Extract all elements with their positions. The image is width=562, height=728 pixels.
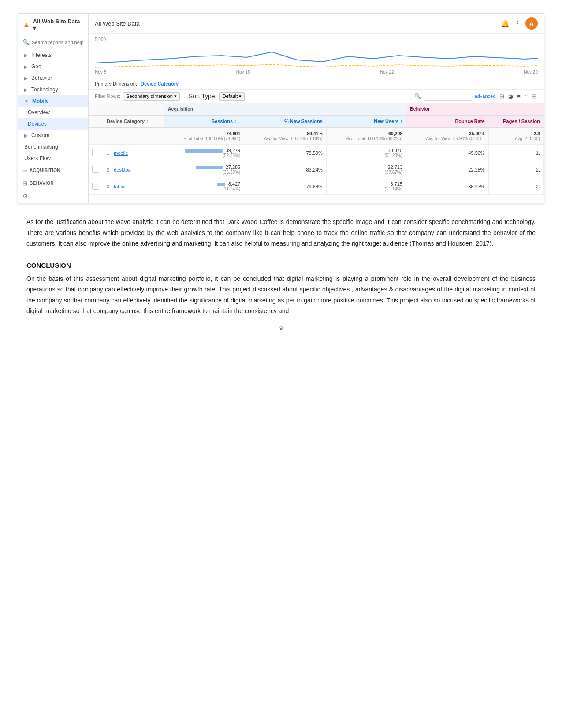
filter-tools-bar: Filter Rows: Secondary dimension ▾ Sort …: [89, 90, 544, 103]
sidebar-item-interests[interactable]: ▶ Interests: [18, 49, 88, 61]
avatar[interactable]: A: [525, 17, 538, 30]
acquisition-section[interactable]: ⇒ ACQUISITION: [18, 164, 88, 177]
search-label: Search reports and help: [32, 40, 83, 45]
gear-icon[interactable]: ⚙: [22, 193, 28, 200]
device-link[interactable]: mobile: [114, 150, 128, 156]
pct-new-cell: 78.59%: [244, 145, 327, 161]
total-label: [103, 127, 164, 145]
sidebar-item-mobile[interactable]: ▼ Mobile: [18, 95, 88, 107]
device-cell: 1. mobile: [103, 145, 164, 161]
sessions-value: 39,279: [226, 148, 241, 153]
view-icons: ⊞ ◕ ≡ ≈ ⊞: [498, 92, 538, 101]
total-row: 74,991 % of Total: 100.00% (74,991) 80.4…: [89, 127, 544, 145]
col-checkbox: [89, 115, 103, 127]
acquisition-icon: ⇒: [22, 167, 27, 174]
sort-default-button[interactable]: Default ▾: [219, 92, 245, 101]
device-cell: 3. tablet: [103, 178, 164, 195]
secondary-dimension-button[interactable]: Secondary dimension ▾: [123, 92, 180, 101]
body-paragraph-conclusion: On the basis of this assessment about di…: [26, 273, 536, 317]
filter-search-bar: 🔍 advanced ⊞ ◕ ≡ ≈ ⊞: [414, 92, 538, 101]
pivot-view-icon[interactable]: ⊞: [530, 92, 538, 101]
more-icon[interactable]: ⋮: [514, 19, 521, 28]
total-new-users: 60,298 % of Total: 100.10% (60,225): [326, 127, 406, 145]
behavior-label: BEHAVIOR: [30, 181, 54, 186]
behavior-section[interactable]: ⊟ BEHAVIOR: [18, 177, 88, 190]
row-checkbox[interactable]: [92, 149, 99, 156]
body-paragraph-1: As for the justification about the wave …: [26, 217, 536, 249]
sidebar-item-label: Behavior: [31, 75, 52, 81]
sidebar-item-overview[interactable]: Overview: [18, 107, 88, 118]
sidebar-item-geo[interactable]: ▶ Geo: [18, 61, 88, 72]
arrow-icon: ▶: [24, 76, 28, 81]
primary-dim-value: Device Category: [141, 81, 179, 86]
settings-row[interactable]: ⚙: [18, 190, 88, 203]
sidebar-item-benchmarking[interactable]: Benchmarking: [18, 141, 88, 153]
row-checkbox[interactable]: [92, 166, 99, 173]
chart-x-labels: Nov 8 Nov 15 Nov 22 Nov 29: [95, 70, 538, 76]
main-panel: All Web Site Data 🔔 ⋮ A 5,000 Nov 8 Nov …: [89, 14, 544, 203]
sessions-pct: (36.38%): [168, 170, 240, 175]
new-users-cell: 22,713 (37.67%): [326, 161, 406, 178]
sidebar-item-users-flow[interactable]: Users Flow: [18, 153, 88, 164]
secondary-dim-label: Secondary dimension ▾: [126, 93, 177, 99]
top-bar-actions: 🔔 ⋮ A: [501, 17, 538, 30]
total-bounce-rate: 35.90% Avg for View: 35.90% (0.00%): [406, 127, 489, 145]
new-users-cell: 30,870 (51.20%): [326, 145, 406, 161]
sessions-bar: [196, 166, 222, 169]
behavior-icon: ⊟: [22, 180, 27, 187]
advanced-button[interactable]: advanced: [475, 93, 496, 99]
col-device-category[interactable]: Device Category ↕: [103, 115, 164, 127]
bounce-rate-cell: 22.28%: [406, 161, 489, 178]
table-row: 1. mobile 39,279 (52.38%) 78.59% 30,870 …: [89, 145, 544, 161]
col-bounce-rate[interactable]: Bounce Rate: [406, 115, 489, 127]
sort-type-label: Sort Type:: [189, 93, 217, 100]
device-link[interactable]: tablet: [114, 184, 126, 189]
table-row: 2. desktop 27,285 (36.38%) 83.24% 22,713…: [89, 161, 544, 178]
pages-session-cell: 1.: [488, 145, 543, 161]
row-num: 1.: [107, 150, 111, 156]
device-cell: 2. desktop: [103, 161, 164, 178]
table-row: 3. tablet 8,427 (11.24%) 79.68% 6,715 (1…: [89, 178, 544, 195]
sidebar-item-behavior[interactable]: ▶ Behavior: [18, 72, 88, 84]
sidebar-title[interactable]: All Web Site Data ▾: [33, 18, 84, 31]
data-table: Acquisition Behavior Device Category ↕ S…: [89, 103, 544, 195]
sidebar-item-custom[interactable]: ▶ Custom: [18, 130, 88, 141]
search-icon: 🔍: [22, 39, 30, 45]
sidebar-header: ▲ All Web Site Data ▾: [18, 14, 88, 35]
page-title: All Web Site Data: [95, 20, 140, 27]
conclusion-heading: CONCLUSION: [26, 261, 536, 269]
chart-x-label-2: Nov 15: [236, 70, 250, 75]
device-link[interactable]: desktop: [114, 167, 131, 172]
arrow-icon: ▶: [24, 64, 28, 69]
sessions-value: 8,427: [228, 181, 241, 187]
table-search-input[interactable]: [424, 92, 472, 101]
sidebar-item-label: Mobile: [32, 98, 49, 104]
sessions-cell: 8,427 (11.24%): [164, 178, 244, 195]
page-number: 9: [0, 325, 562, 331]
chart-x-label-4: Nov 29: [524, 70, 538, 75]
col-sessions[interactable]: Sessions ↕ ↓: [164, 115, 244, 127]
col-pages-session[interactable]: Pages / Session: [488, 115, 543, 127]
acquisition-label: ACQUISITION: [30, 168, 60, 173]
arrow-icon: ▶: [24, 87, 28, 92]
sidebar-item-label: Overview: [28, 109, 50, 116]
col-new-users[interactable]: New Users ↕: [326, 115, 406, 127]
sidebar-search-area[interactable]: 🔍 Search reports and help: [18, 35, 88, 49]
filter-rows-label: Filter Rows:: [95, 93, 120, 99]
sessions-cell: 27,285 (36.38%): [164, 161, 244, 178]
sessions-pct: (52.38%): [168, 153, 240, 158]
analytics-screenshot: ▲ All Web Site Data ▾ 🔍 Search reports a…: [18, 13, 544, 203]
bell-icon[interactable]: 🔔: [501, 19, 510, 28]
col-pct-new[interactable]: % New Sessions: [244, 115, 327, 127]
list-view-icon[interactable]: ≡: [516, 92, 522, 101]
sidebar-item-devices[interactable]: Devices: [18, 118, 88, 130]
compare-view-icon[interactable]: ≈: [523, 92, 529, 101]
sidebar-item-technology[interactable]: ▶ Technology: [18, 84, 88, 95]
pie-view-icon[interactable]: ◕: [507, 92, 514, 101]
bounce-rate-cell: 45.50%: [406, 145, 489, 161]
sessions-pct: (11.24%): [168, 187, 240, 191]
pct-new-cell: 79.68%: [244, 178, 327, 195]
row-checkbox[interactable]: [92, 183, 99, 190]
grid-view-icon[interactable]: ⊞: [498, 92, 506, 101]
sidebar: ▲ All Web Site Data ▾ 🔍 Search reports a…: [18, 14, 89, 203]
